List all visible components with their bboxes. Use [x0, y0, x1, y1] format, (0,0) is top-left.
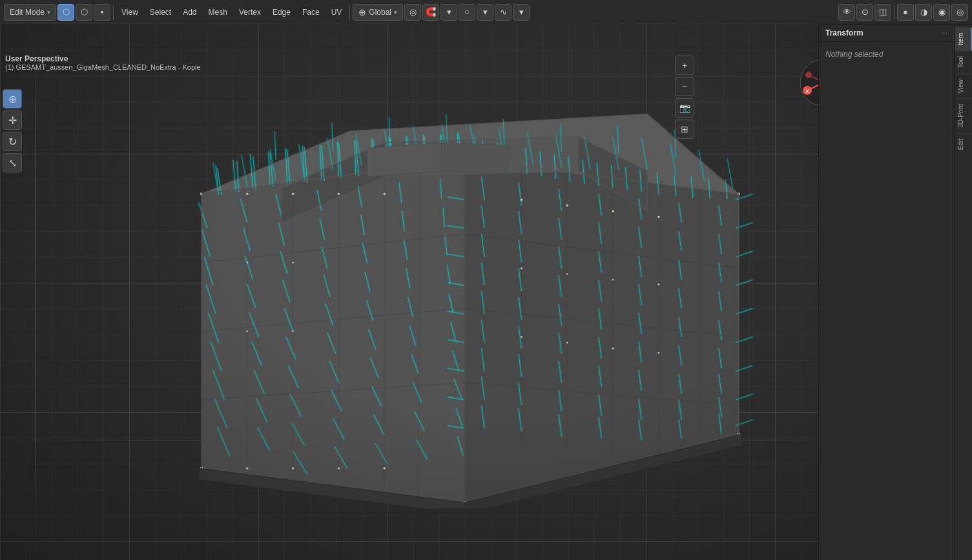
transform-orientation-dropdown[interactable]: ⊕ Global ▾	[353, 4, 403, 21]
vertex-mode-btn[interactable]: ⬡	[57, 4, 74, 21]
edit-mode-label: Edit Mode	[10, 8, 45, 17]
xray-toggle[interactable]: ◫	[874, 4, 891, 21]
svg-point-267	[612, 210, 614, 213]
svg-point-266	[566, 204, 569, 207]
tab-tool-label: Tool	[957, 56, 964, 68]
zoom-out-btn[interactable]: −	[675, 77, 694, 96]
viewport-shading-rendered[interactable]: 👁	[838, 4, 855, 21]
face-mode-icon: ▪	[101, 7, 104, 17]
panel-dots-icon[interactable]: ···	[941, 28, 947, 37]
cursor-tool-btn[interactable]: ⊕	[3, 89, 22, 109]
move-icon: ✛	[8, 114, 17, 127]
snap-toggle[interactable]: 🧲	[422, 4, 439, 21]
solid-icon: ●	[903, 7, 908, 17]
viewport-3d[interactable]: User Perspective (1) GESAMT_aussen_GigaM…	[0, 25, 856, 560]
zoom-in-btn[interactable]: +	[675, 56, 694, 75]
edge-mode-btn[interactable]: ⬡	[76, 4, 92, 21]
edge-mode-icon: ⬡	[81, 7, 88, 17]
sep3	[894, 5, 894, 19]
menu-edge-label: Edge	[273, 8, 291, 17]
rotate-icon: ↻	[8, 136, 17, 148]
svg-point-258	[292, 467, 295, 470]
nothing-selected-label: Nothing selected	[825, 50, 883, 59]
grid-view-btn[interactable]: ⊞	[675, 119, 694, 139]
building-mesh	[52, 57, 843, 508]
menu-select[interactable]: Select	[145, 4, 176, 21]
move-tool-btn[interactable]: ✛	[3, 110, 22, 130]
eevee-shading[interactable]: ◎	[951, 4, 968, 21]
menu-mesh[interactable]: Mesh	[203, 4, 233, 21]
tab-view-label: View	[957, 79, 964, 94]
menu-mesh-label: Mesh	[209, 8, 227, 17]
scale-tool-btn[interactable]: ⤡	[3, 153, 22, 172]
tab-3dprint[interactable]: 3D-Print	[955, 98, 972, 133]
curve-options[interactable]: ▾	[513, 4, 530, 21]
menu-uv-label: UV	[331, 8, 342, 17]
svg-point-256	[383, 193, 386, 196]
left-tool-panel: ⊕ ✛ ↻ ⤡	[3, 89, 22, 172]
tab-tool[interactable]: Tool	[955, 50, 972, 73]
tab-item-label: Item	[957, 33, 964, 45]
top-toolbar: Edit Mode ▾ ⬡ ⬡ ▪ View Select Add Mesh V…	[0, 0, 972, 25]
overlay-toggle[interactable]: ⊙	[856, 4, 873, 21]
svg-point-270	[521, 336, 522, 338]
material-icon: ◑	[920, 7, 927, 17]
camera-icon: 📷	[679, 103, 690, 113]
rotate-tool-btn[interactable]: ↻	[3, 132, 22, 151]
camera-view-btn[interactable]: 📷	[675, 98, 694, 118]
menu-add[interactable]: Add	[178, 4, 202, 21]
tab-view[interactable]: View	[955, 74, 972, 99]
menu-view[interactable]: View	[116, 4, 143, 21]
svg-marker-278	[367, 143, 442, 177]
svg-point-265	[521, 198, 523, 201]
menu-vertex[interactable]: Vertex	[234, 4, 266, 21]
svg-point-272	[566, 342, 568, 344]
curve-tool[interactable]: ∿	[495, 4, 512, 21]
proportional-options-icon: ▾	[483, 7, 488, 17]
snap-icon: 🧲	[426, 7, 436, 17]
svg-point-253	[246, 193, 249, 196]
grid-icon: ⊞	[681, 124, 688, 134]
svg-text:X: X	[805, 88, 809, 94]
svg-point-261	[246, 262, 248, 264]
svg-point-263	[292, 262, 294, 264]
overlay-icon: ⊙	[862, 7, 869, 17]
svg-point-259	[338, 467, 340, 470]
tab-item[interactable]: Item	[955, 27, 972, 50]
panel-header: Transform ···	[819, 25, 954, 42]
xray-icon: ◫	[879, 7, 887, 17]
menu-edge[interactable]: Edge	[267, 4, 296, 21]
scale-icon: ⤡	[8, 157, 17, 169]
rendered-shading-icon: ◉	[938, 7, 946, 17]
tab-edit[interactable]: Edit	[955, 133, 972, 155]
pivot-dropdown[interactable]: ◎	[404, 4, 421, 21]
svg-point-254	[292, 193, 295, 196]
proportional-icon: ○	[464, 7, 470, 17]
rendered-shading[interactable]: ◉	[933, 4, 950, 21]
svg-point-257	[246, 467, 249, 470]
tool-strip: Item Tool View 3D-Print Edit	[954, 25, 972, 560]
menu-uv[interactable]: UV	[326, 4, 347, 21]
svg-point-260	[383, 467, 386, 470]
solid-shading[interactable]: ●	[897, 4, 914, 21]
face-mode-btn[interactable]: ▪	[94, 4, 110, 21]
vertex-mode-icon: ⬡	[63, 7, 70, 17]
svg-point-262	[246, 330, 248, 332]
sep1	[113, 5, 114, 19]
menu-face-label: Face	[302, 8, 320, 17]
tab-3dprint-label: 3D-Print	[957, 104, 964, 128]
svg-point-269	[521, 267, 522, 269]
snap-options-icon: ▾	[447, 7, 451, 17]
viewport-right-tools: + − 📷 ⊞	[675, 56, 694, 139]
material-shading[interactable]: ◑	[915, 4, 932, 21]
edit-mode-dropdown[interactable]: Edit Mode ▾	[4, 4, 56, 21]
curve-icon: ∿	[500, 7, 507, 17]
proportional-options[interactable]: ▾	[477, 4, 493, 21]
snap-options[interactable]: ▾	[440, 4, 457, 21]
proportional-edit-toggle[interactable]: ○	[459, 4, 475, 21]
menu-face[interactable]: Face	[297, 4, 325, 21]
rendered-icon: 👁	[843, 7, 851, 17]
orientation-icon: ⊕	[358, 7, 366, 17]
svg-line-239	[274, 131, 276, 160]
panel-content: Nothing selected	[819, 42, 954, 67]
